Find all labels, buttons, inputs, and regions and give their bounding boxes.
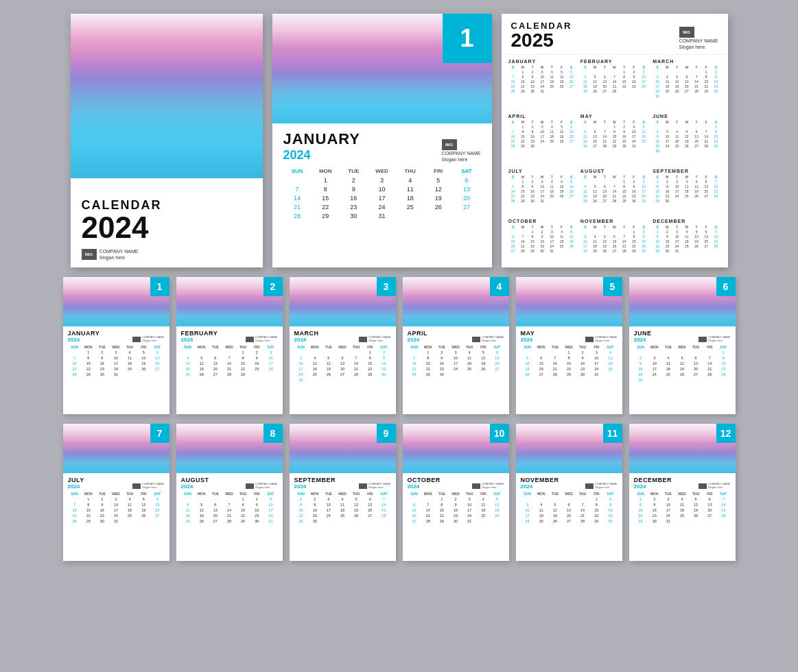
mini-february: FEBRUARY SMTWTFS 0000123 45678910 111213… bbox=[580, 59, 648, 108]
day-sat: SAT bbox=[452, 168, 480, 174]
small-cal-march: 3MARCH2024COMPANY NAMESlogan hereSUNMONT… bbox=[290, 277, 396, 414]
month-number: 1 bbox=[443, 14, 492, 63]
small-cal-november: 11NOVEMBER2024COMPANY NAMESlogan hereSUN… bbox=[516, 424, 622, 561]
year-company-info: COMPANY NAME Slogan here bbox=[679, 38, 718, 50]
small-cal-header: 6 bbox=[629, 277, 736, 326]
small-cal-header: 10 bbox=[403, 424, 509, 473]
small-month-num: 9 bbox=[377, 424, 396, 443]
small-month-num: 11 bbox=[603, 424, 622, 443]
small-month-num: 4 bbox=[490, 277, 509, 296]
year-overview-titles: CALENDAR 2025 bbox=[511, 21, 572, 50]
small-cal-december: 12DECEMBER2024COMPANY NAMESlogan hereSUN… bbox=[629, 424, 736, 561]
day-fri: FRI bbox=[424, 168, 452, 174]
cover-calendar: CALENDAR 2024 IMG COMPANY NAME Slogan he… bbox=[71, 14, 263, 267]
january-large-calendar: 1 JANUARY 2024 IMG COMPANY NAME Slogan h… bbox=[272, 14, 492, 267]
small-cal-may: 5MAY2024COMPANY NAMESlogan hereSUNMONTUE… bbox=[516, 277, 622, 414]
small-cal-july: 7JULY2024COMPANY NAMESlogan hereSUNMONTU… bbox=[63, 424, 169, 561]
small-month-num: 12 bbox=[716, 424, 736, 443]
small-cal-april: 4APRIL2024COMPANY NAMESlogan hereSUNMONT… bbox=[403, 277, 509, 414]
small-cal-header: 1 bbox=[63, 277, 169, 326]
small-month-num: 6 bbox=[716, 277, 736, 296]
jan-grid-body: 0 1 2 3 4 5 6 7 8 9 10 11 12 13 14 15 16 bbox=[283, 176, 481, 220]
months-row-1: 1JANUARY2024COMPANY NAMESlogan hereSUNMO… bbox=[14, 277, 784, 414]
mini-september: SEPTEMBER SMTWTFS 1234567 891011121314 1… bbox=[653, 169, 720, 213]
jan-top-row: JANUARY 2024 IMG COMPANY NAME Slogan her… bbox=[283, 130, 481, 163]
day-sun: SUN bbox=[283, 168, 312, 174]
year-2025-overview: CALENDAR 2025 IMG COMPANY NAME Slogan he… bbox=[502, 14, 728, 267]
months-row-2: 7JULY2024COMPANY NAMESlogan hereSUNMONTU… bbox=[14, 424, 784, 561]
mini-october: OCTOBER SMTWTFS 0012345 6789101112 13141… bbox=[508, 219, 576, 263]
small-cal-header: 11 bbox=[516, 424, 622, 473]
cover-company-tag: IMG COMPANY NAME Slogan here bbox=[82, 248, 252, 261]
small-month-num: 1 bbox=[150, 277, 169, 296]
small-cal-header: 7 bbox=[63, 424, 169, 473]
year-company-logo: IMG bbox=[679, 27, 694, 38]
small-cal-september: 9SEPTEMBER2024COMPANY NAMESlogan hereSUN… bbox=[290, 424, 396, 561]
mini-december: DECEMBER SMTWTFS 1234567 891011121314 15… bbox=[653, 219, 720, 263]
day-mon: MON bbox=[312, 168, 340, 174]
year-overview-header: CALENDAR 2025 IMG COMPANY NAME Slogan he… bbox=[502, 14, 728, 55]
small-cal-header: 4 bbox=[403, 277, 509, 326]
jan-grid-header: SUN MON TUE WED THU FRI SAT bbox=[283, 168, 481, 174]
jan-company-info: COMPANY NAME Slogan here bbox=[442, 150, 481, 163]
small-month-num: 8 bbox=[263, 424, 283, 443]
small-cal-january: 1JANUARY2024COMPANY NAMESlogan hereSUNMO… bbox=[63, 277, 169, 414]
cover-bottom: CALENDAR 2024 IMG COMPANY NAME Slogan he… bbox=[71, 178, 263, 267]
day-thu: THU bbox=[396, 168, 424, 174]
cover-gradient bbox=[71, 14, 263, 178]
year-overview-year: 2025 bbox=[511, 31, 572, 50]
small-cal-header: 5 bbox=[516, 277, 622, 326]
small-cal-header: 12 bbox=[629, 424, 736, 473]
small-cal-june: 6JUNE2024COMPANY NAMESlogan hereSUNMONTU… bbox=[629, 277, 736, 414]
small-month-num: 5 bbox=[603, 277, 622, 296]
jan-content: JANUARY 2024 IMG COMPANY NAME Slogan her… bbox=[272, 123, 492, 267]
small-cal-header: 8 bbox=[176, 424, 283, 473]
mini-april: APRIL SMTWTFS 0123456 78910111213 141516… bbox=[508, 114, 576, 163]
small-cal-october: 10OCTOBER2024COMPANY NAMESlogan hereSUNM… bbox=[403, 424, 509, 561]
day-wed: WED bbox=[368, 168, 396, 174]
mini-july: JULY SMTWTFS 0123456 78910111213 1415161… bbox=[508, 169, 576, 213]
small-month-num: 7 bbox=[150, 424, 169, 443]
jan-month-title: JANUARY bbox=[283, 130, 361, 148]
small-cal-header: 2 bbox=[176, 277, 283, 326]
year-overview-body: JANUARY SMTWTFS 0123456 78910111213 1415… bbox=[502, 55, 728, 267]
mini-march: MARCH SMTWTFS 0000012 3456789 1011121314… bbox=[653, 59, 720, 108]
small-cal-august: 8AUGUST2024COMPANY NAMESlogan hereSUNMON… bbox=[176, 424, 283, 561]
day-tue: TUE bbox=[340, 168, 368, 174]
year-company-tag: IMG COMPANY NAME Slogan here bbox=[679, 27, 718, 50]
company-info: COMPANY NAME Slogan here bbox=[99, 248, 139, 261]
mini-november: NOVEMBER SMTWTFS 0000012 3456789 1011121… bbox=[580, 219, 648, 263]
small-cal-header: 9 bbox=[290, 424, 396, 473]
jan-header: 1 bbox=[272, 14, 492, 123]
top-row: CALENDAR 2024 IMG COMPANY NAME Slogan he… bbox=[14, 14, 784, 267]
jan-grid: SUN MON TUE WED THU FRI SAT 0 1 2 3 4 5 … bbox=[283, 168, 481, 220]
mini-january: JANUARY SMTWTFS 0123456 78910111213 1415… bbox=[508, 59, 576, 108]
jan-company-logo: IMG bbox=[442, 139, 457, 150]
jan-company-tag: IMG COMPANY NAME Slogan here bbox=[442, 139, 481, 163]
small-month-num: 3 bbox=[377, 277, 396, 296]
small-month-num: 2 bbox=[263, 277, 283, 296]
small-cal-february: 2FEBRUARY2024COMPANY NAMESlogan hereSUNM… bbox=[176, 277, 283, 414]
cover-year: 2024 bbox=[82, 213, 252, 243]
mini-june: JUNE SMTWTFS 0000001 2345678 91011121314… bbox=[653, 114, 720, 163]
small-cal-header: 3 bbox=[290, 277, 396, 326]
year-overview-top: CALENDAR 2025 IMG COMPANY NAME Slogan he… bbox=[511, 21, 718, 50]
jan-year-label: 2024 bbox=[283, 148, 361, 163]
mini-august: AUGUST SMTWTFS 0000123 45678910 11121314… bbox=[580, 169, 648, 213]
small-month-num: 10 bbox=[490, 424, 509, 443]
small-calendars-section: 1JANUARY2024COMPANY NAMESlogan hereSUNMO… bbox=[14, 277, 784, 561]
jan-titles: JANUARY 2024 bbox=[283, 130, 361, 163]
mini-may: MAY SMTWTFS 0001234 567891011 1213141516… bbox=[580, 114, 648, 163]
company-logo: IMG bbox=[82, 249, 97, 260]
